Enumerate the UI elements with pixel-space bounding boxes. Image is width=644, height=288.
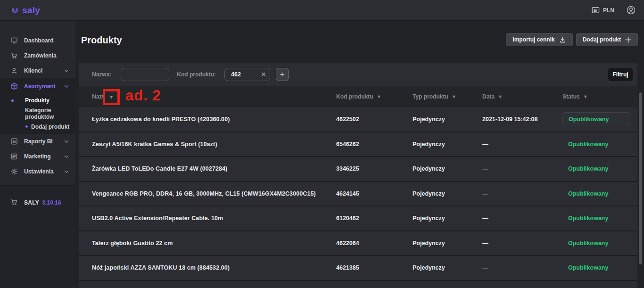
brand-logo[interactable]: saly	[10, 5, 40, 16]
account-icon[interactable]	[627, 6, 636, 15]
topbar: saly Bi PLN	[0, 0, 644, 21]
sort-arrow-icon[interactable]: ▼	[499, 95, 502, 99]
sidebar-group-asortyment: Asortyment Produkty Kategorie produktów …	[0, 78, 75, 134]
product-status-cell: Opublikowany	[562, 240, 637, 247]
sidebar-item-zamowienia[interactable]: Zamówienia	[0, 48, 75, 63]
sort-arrow-icon[interactable]: ▼	[584, 95, 587, 99]
sort-arrow-icon[interactable]: ▼	[378, 95, 380, 99]
add-filter-button[interactable]: +	[276, 68, 289, 81]
code-filter-label: Kod produktu:	[177, 71, 216, 78]
sidebar-subitem-produkty[interactable]: Produkty	[0, 94, 75, 107]
product-type-cell: Pojedynczy	[413, 240, 482, 247]
add-product-button[interactable]: Dodaj produkt	[576, 33, 638, 46]
product-code-cell: 4622064	[336, 240, 413, 247]
column-header-kod-produktu[interactable]: Kod produktu ▼	[336, 93, 413, 100]
filter-submit-button[interactable]: Filtruj	[608, 68, 633, 81]
product-date-cell: —	[482, 141, 562, 148]
column-header-data[interactable]: Data ▼	[482, 93, 562, 100]
product-code-cell: 6546262	[336, 141, 413, 148]
column-header-status[interactable]: Status ▼	[562, 93, 637, 100]
sidebar: Dashboard Zamówienia Klienci	[0, 21, 75, 288]
product-date-cell: —	[482, 215, 562, 222]
bi-report-icon: Bi	[10, 138, 18, 145]
status-badge: Opublikowany	[568, 264, 608, 271]
sidebar-item-label: Asortyment	[24, 83, 56, 90]
product-code-cell: 4621385	[336, 264, 413, 271]
download-icon	[559, 36, 566, 43]
name-filter-label: Nazwa:	[92, 71, 111, 78]
currency-selector[interactable]: Bi PLN	[592, 7, 614, 14]
table-row[interactable]: Nóż japoński AZZA SANTOKU 18 cm (884532.…	[79, 256, 637, 281]
product-name-cell: Nóż japoński AZZA SANTOKU 18 cm (884532.…	[79, 264, 336, 271]
monitor-icon	[10, 37, 18, 44]
sidebar-subitem-label: Produkty	[25, 97, 50, 104]
import-pricelist-button[interactable]: Importuj cennik	[506, 33, 572, 46]
table-body: Łyżka cedzakowa do knedli PRESTO (420360…	[79, 107, 637, 288]
sidebar-item-label: Klienci	[24, 67, 42, 74]
sidebar-item-ustawienia[interactable]: Ustawienia	[0, 164, 75, 179]
product-status-cell: Opublikowany	[562, 165, 637, 172]
svg-text:Bi: Bi	[594, 8, 597, 13]
chevron-down-icon	[64, 155, 69, 158]
gear-icon	[10, 168, 18, 175]
name-filter-input[interactable]	[121, 68, 169, 81]
column-label: Typ produktu	[413, 93, 448, 100]
app-window: saly Bi PLN Dashboard	[0, 0, 644, 288]
table-row[interactable]: Talerz głęboki Gustito 22 cm 4622064 Poj…	[79, 231, 637, 256]
plus-icon	[625, 37, 631, 43]
product-status-cell: Opublikowany	[562, 190, 637, 197]
table-row[interactable]: USB2.0 Active Extension/Repeater Cable. …	[79, 206, 637, 231]
product-type-cell: Pojedynczy	[413, 116, 482, 123]
currency-label: PLN	[603, 7, 614, 14]
sidebar-item-dashboard[interactable]: Dashboard	[0, 33, 75, 48]
cart-icon	[10, 52, 18, 59]
sidebar-subitem-kategorie[interactable]: Kategorie produktów	[0, 107, 75, 120]
product-name-cell: Vengeance RGB PRO, DDR4, 16 GB, 3000MHz,…	[79, 190, 336, 197]
product-type-cell: Pojedynczy	[413, 215, 482, 222]
person-icon	[10, 67, 18, 74]
sidebar-item-klienci[interactable]: Klienci	[0, 63, 75, 78]
product-name-cell: Łyżka cedzakowa do knedli PRESTO (420360…	[79, 116, 336, 123]
package-icon	[10, 82, 18, 90]
currency-icon: Bi	[592, 7, 600, 14]
product-status-cell: Opublikowany	[562, 264, 637, 271]
status-badge: Opublikowany	[568, 190, 608, 197]
cart-icon	[10, 198, 18, 206]
table-row[interactable]: Żarówka LED ToLEDo Candle E27 4W (002728…	[79, 157, 637, 182]
cart-logo-icon	[10, 6, 20, 15]
clear-filter-icon[interactable]: ✕	[261, 71, 266, 78]
column-label: Status	[562, 93, 580, 100]
annotation-highlight-box: ▼	[103, 89, 120, 105]
table-row[interactable]: Vengeance RGB PRO, DDR4, 16 GB, 3000MHz,…	[79, 182, 637, 207]
table-header: Nazwa Kod produktu ▼ Typ produktu ▼ Data…	[79, 86, 637, 107]
sidebar-item-asortyment[interactable]: Asortyment	[0, 79, 75, 94]
sidebar-item-label: Marketing	[24, 153, 51, 160]
main-content: Produkty Importuj cennik Dodaj produkt N…	[75, 21, 644, 288]
product-type-cell: Pojedynczy	[413, 190, 482, 197]
vertical-scrollbar[interactable]	[639, 92, 642, 264]
chevron-down-icon	[64, 140, 69, 143]
products-card: Nazwa: Kod produktu: ✕ + Filtruj Nazwa K…	[79, 63, 637, 288]
sort-arrow-icon[interactable]: ▼	[453, 95, 455, 99]
sidebar-item-label: Dashboard	[24, 37, 54, 44]
sidebar-subitem-dodaj-produkt[interactable]: + Dodaj produkt	[0, 120, 75, 133]
table-row[interactable]: Zeszyt A5/16K kratka Games & Sport (10sz…	[79, 132, 637, 157]
column-header-typ-produktu[interactable]: Typ produktu ▼	[413, 93, 482, 100]
sidebar-footer: SALY 3.10.16	[0, 186, 75, 288]
product-code-cell: 6120462	[336, 215, 413, 222]
sidebar-item-label: Raporty BI	[24, 138, 53, 145]
sidebar-item-marketing[interactable]: Marketing	[0, 149, 75, 164]
chevron-down-icon	[64, 170, 69, 173]
sort-arrow-icon[interactable]: ▼	[110, 95, 113, 99]
sidebar-subitem-label: Dodaj produkt	[31, 123, 69, 130]
table-row[interactable]: Łyżka cedzakowa do knedli PRESTO (420360…	[79, 107, 637, 132]
product-name-cell: USB2.0 Active Extension/Repeater Cable. …	[79, 215, 336, 222]
column-label: Kod produktu	[336, 93, 373, 100]
page-title: Produkty	[81, 35, 122, 46]
status-badge: Opublikowany	[562, 112, 631, 126]
app-version: 3.10.16	[42, 199, 61, 206]
board-icon	[10, 153, 18, 160]
svg-text:Bi: Bi	[12, 140, 16, 143]
product-type-cell: Pojedynczy	[413, 141, 482, 148]
sidebar-item-raporty-bi[interactable]: Bi Raporty BI	[0, 134, 75, 149]
